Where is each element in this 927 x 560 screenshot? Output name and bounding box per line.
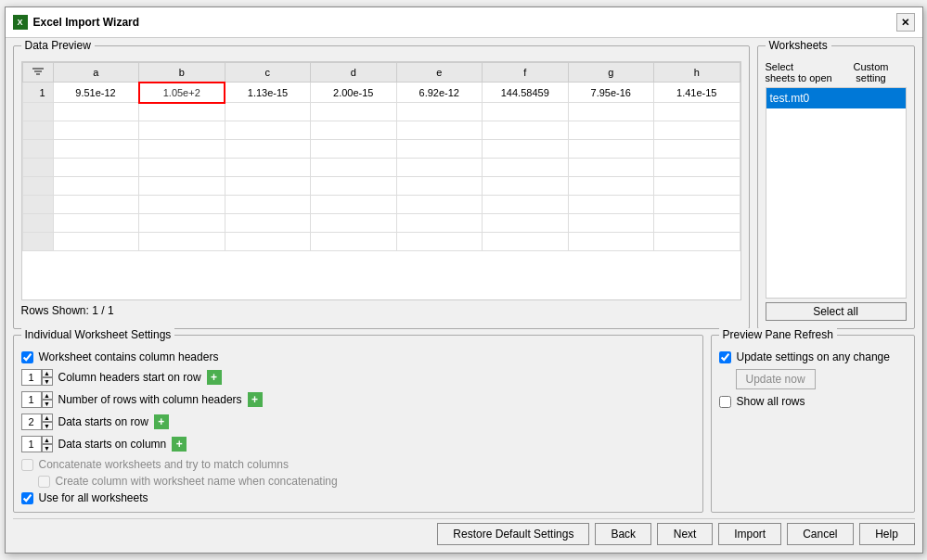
show-all-rows-row: Show all rows [719, 395, 907, 408]
back-button[interactable]: Back [595, 523, 651, 545]
col-headers-checkbox[interactable] [21, 351, 33, 363]
num-rows-spinbox[interactable]: ▲ ▼ [21, 391, 53, 408]
title-bar: X Excel Import Wizard ✕ [6, 7, 922, 38]
update-now-button[interactable]: Update now [736, 369, 816, 389]
data-starts-row-input[interactable] [21, 414, 42, 430]
cell-g-1: 7.95e-16 [568, 83, 654, 103]
use-all-checkbox[interactable] [21, 492, 33, 504]
concatenate-row: Concatenate worksheets and try to match … [21, 458, 695, 471]
update-on-change-checkbox[interactable] [719, 351, 731, 363]
data-starts-col-arrows[interactable]: ▲ ▼ [42, 436, 53, 452]
spinbox-down-arrow[interactable]: ▼ [42, 400, 53, 408]
help-button[interactable]: Help [859, 523, 915, 545]
spinbox-down-arrow[interactable]: ▼ [42, 444, 53, 452]
data-starts-col-input[interactable] [21, 436, 42, 452]
col-header-c: c [225, 63, 311, 83]
data-starts-row-arrows[interactable]: ▲ ▼ [42, 414, 53, 430]
table-row: 1 9.51e-12 1.05e+2 1.13e-15 2.00e-15 6.9… [22, 83, 740, 103]
create-col-label: Create column with worksheet name when c… [56, 475, 338, 488]
import-button[interactable]: Import [718, 523, 781, 545]
use-all-row: Use for all worksheets [21, 491, 695, 504]
excel-import-wizard-window: X Excel Import Wizard ✕ Data Preview [5, 6, 923, 554]
ws-item-name: test.mt0 [770, 92, 846, 105]
cell-f-1: 144.58459 [483, 83, 569, 103]
col-headers-add-button[interactable]: + [207, 370, 222, 385]
restore-defaults-button[interactable]: Restore Default Settings [437, 523, 589, 545]
col-header-f: f [483, 63, 569, 83]
show-all-rows-label: Show all rows [737, 395, 805, 408]
cell-a-1: 9.51e-12 [53, 83, 139, 103]
col-headers-start-input[interactable] [21, 369, 42, 386]
create-col-row: Create column with worksheet name when c… [21, 475, 695, 488]
spinbox-down-arrow[interactable]: ▼ [42, 377, 53, 386]
num-rows-label: Number of rows with column headers [58, 393, 242, 406]
empty-row-9 [22, 233, 740, 251]
data-starts-row-add-button[interactable]: + [154, 414, 169, 429]
empty-row-2 [22, 103, 740, 121]
create-col-checkbox[interactable] [38, 476, 50, 488]
spinbox-up-arrow[interactable]: ▲ [42, 369, 53, 377]
concatenate-label: Concatenate worksheets and try to match … [39, 458, 289, 471]
bottom-section: Individual Worksheet Settings Worksheet … [13, 335, 915, 513]
num-rows-col-headers-row: ▲ ▼ Number of rows with column headers + [21, 391, 695, 408]
individual-settings-label: Individual Worksheet Settings [21, 328, 175, 341]
col-headers-start-arrows[interactable]: ▲ ▼ [42, 369, 53, 386]
data-starts-col-add-button[interactable]: + [172, 437, 187, 452]
ws-header: Selectsheets to open Customsetting [766, 61, 907, 83]
col-header-h: h [654, 63, 740, 83]
ws-col-select: Selectsheets to open [766, 61, 836, 83]
data-starts-row-spinbox[interactable]: ▲ ▼ [21, 414, 53, 430]
col-headers-start-label: Column headers start on row [58, 371, 201, 384]
next-button[interactable]: Next [657, 523, 713, 545]
col-headers-label: Worksheet contains column headers [39, 350, 219, 363]
row-num-1: 1 [22, 83, 53, 103]
empty-row-7 [22, 196, 740, 214]
empty-row-3 [22, 121, 740, 140]
col-headers-start-spinbox[interactable]: ▲ ▼ [21, 369, 53, 386]
footer-bar: Restore Default Settings Back Next Impor… [13, 518, 915, 545]
close-button[interactable]: ✕ [896, 13, 915, 32]
data-starts-row-label: Data starts on row [58, 415, 148, 428]
update-on-change-row: Update settings on any change [719, 350, 907, 363]
spinbox-down-arrow[interactable]: ▼ [42, 422, 53, 430]
empty-row-8 [22, 214, 740, 233]
data-starts-col-row: ▲ ▼ Data starts on column + [21, 436, 695, 452]
empty-row-6 [22, 177, 740, 196]
ws-list[interactable]: test.mt0 [766, 87, 907, 299]
data-preview-group: Data Preview a b c d [13, 45, 750, 329]
num-rows-add-button[interactable]: + [248, 392, 263, 407]
data-starts-row-row: ▲ ▼ Data starts on row + [21, 414, 695, 430]
spinbox-up-arrow[interactable]: ▲ [42, 414, 53, 422]
col-headers-checkbox-row: Worksheet contains column headers [21, 350, 695, 363]
cell-c-1: 1.13e-15 [225, 83, 311, 103]
top-section: Data Preview a b c d [13, 45, 915, 329]
empty-row-4 [22, 140, 740, 159]
select-all-button[interactable]: Select all [766, 302, 907, 321]
col-filter-icon [22, 63, 53, 83]
show-all-rows-checkbox[interactable] [719, 396, 731, 408]
preview-pane-label: Preview Pane Refresh [719, 328, 837, 341]
data-preview-label: Data Preview [21, 39, 95, 52]
rows-shown: Rows Shown: 1 / 1 [21, 300, 741, 321]
ws-item-test-mt0[interactable]: test.mt0 [766, 88, 906, 108]
spinbox-up-arrow[interactable]: ▲ [42, 436, 53, 444]
data-starts-col-spinbox[interactable]: ▲ ▼ [21, 436, 53, 452]
col-header-b: b [139, 63, 225, 83]
spinbox-up-arrow[interactable]: ▲ [42, 391, 53, 400]
concat-section: Concatenate worksheets and try to match … [21, 458, 695, 488]
cell-b-1: 1.05e+2 [139, 83, 225, 103]
preview-table-wrap[interactable]: a b c d e f g h [21, 61, 741, 300]
col-header-e: e [396, 63, 483, 83]
num-rows-arrows[interactable]: ▲ ▼ [42, 391, 53, 408]
concatenate-checkbox[interactable] [21, 459, 33, 471]
preview-pane-refresh-group: Preview Pane Refresh Update settings on … [711, 335, 915, 513]
col-header-d: d [311, 63, 397, 83]
use-all-label: Use for all worksheets [39, 491, 148, 504]
worksheets-group: Worksheets Selectsheets to open Customse… [757, 45, 915, 329]
window-title: Excel Import Wizard [33, 16, 140, 29]
cancel-button[interactable]: Cancel [787, 523, 853, 545]
empty-row-5 [22, 159, 740, 177]
window-body: Data Preview a b c d [6, 38, 922, 553]
num-rows-input[interactable] [21, 391, 42, 408]
worksheets-label: Worksheets [766, 39, 831, 52]
